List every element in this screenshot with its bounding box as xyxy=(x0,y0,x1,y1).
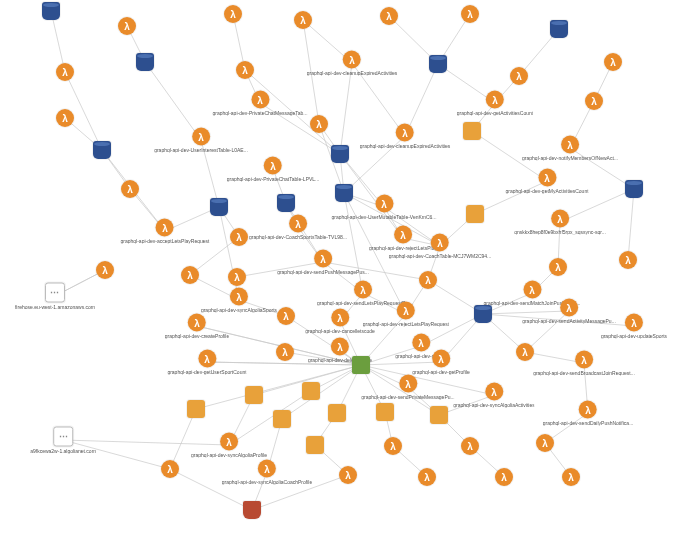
misc-icon xyxy=(352,356,370,374)
node-lambda[interactable]: λgraphql-api-dev-notifyMembersOfNewAct..… xyxy=(522,136,618,161)
node-svc[interactable] xyxy=(245,386,263,404)
node-lambda[interactable]: λ xyxy=(161,460,179,478)
node-lambda[interactable]: λgraphql-api-dev-updateSports xyxy=(601,314,667,339)
node-lambda[interactable]: λ xyxy=(121,180,139,198)
node-db[interactable] xyxy=(93,141,111,159)
node-lambda[interactable]: λ xyxy=(495,468,513,486)
node-lambda[interactable]: λgraphql-api-dev-PrivateChatMessageTab..… xyxy=(212,91,307,116)
node-lambda[interactable]: λgraphql-api-dev-sendPrivateMessagePu... xyxy=(361,375,454,400)
node-lambda[interactable]: λ xyxy=(380,7,398,25)
node-lambda[interactable]: λgraphql-api-dev-acceptLetsPlayRequest xyxy=(121,219,210,244)
node-label: graphql-api-dev-UserInterestTable-L0AE..… xyxy=(154,147,248,153)
node-label: graphql-api-dev-syncAlgoliaCoachProfile xyxy=(222,479,312,485)
node-svc[interactable] xyxy=(302,382,320,400)
node-lambda[interactable]: λgraphql-api-dev-rejectLetsPlayRequest xyxy=(363,302,449,327)
node-lambda[interactable]: λ xyxy=(510,67,528,85)
node-ext[interactable]: ⋯firehose.eu-west-1.amazonaws.com xyxy=(15,283,95,310)
node-db[interactable] xyxy=(429,55,447,73)
node-lambda[interactable]: λ xyxy=(419,271,437,289)
lambda-icon: λ xyxy=(276,343,294,361)
node-lambda[interactable]: λ xyxy=(418,468,436,486)
node-db[interactable] xyxy=(277,194,295,212)
node-lambda[interactable]: λ xyxy=(562,468,580,486)
node-lambda[interactable]: λ xyxy=(461,437,479,455)
node-lambda[interactable]: λ xyxy=(181,266,199,284)
node-lambda[interactable]: λ xyxy=(384,437,402,455)
node-svc[interactable] xyxy=(466,205,484,223)
svc-icon xyxy=(328,404,346,422)
node-svc[interactable] xyxy=(463,122,481,140)
node-lambda[interactable]: λgraphql-api-dev-cleanupExpiredActivitie… xyxy=(307,51,398,76)
lambda-icon: λ xyxy=(343,51,361,69)
node-svc[interactable] xyxy=(376,403,394,421)
node-lambda[interactable]: λ xyxy=(118,17,136,35)
node-lambda[interactable]: λ xyxy=(56,109,74,127)
node-lambda[interactable]: λ xyxy=(461,5,479,23)
lambda-icon: λ xyxy=(510,67,528,85)
node-misc[interactable] xyxy=(352,356,370,374)
lambda-icon: λ xyxy=(181,266,199,284)
node-lambda[interactable]: λ xyxy=(224,5,242,23)
node-lambda[interactable]: λ xyxy=(277,307,295,325)
node-lambda[interactable]: λgraphql-api-dev-syncAlgoliaSports xyxy=(201,288,277,313)
node-db[interactable] xyxy=(474,305,492,323)
node-svc[interactable] xyxy=(273,410,291,428)
lambda-icon: λ xyxy=(485,383,503,401)
node-ext[interactable]: ⋯a9fkcewa2w-1.algolianet.com xyxy=(30,427,96,454)
node-lambda[interactable]: λ xyxy=(310,115,328,133)
node-db[interactable] xyxy=(550,20,568,38)
node-lambda[interactable]: λ xyxy=(228,268,246,286)
node-lambda[interactable]: λgraphql-api-dev-syncAlgoliaCoachProfile xyxy=(222,460,312,485)
lambda-icon: λ xyxy=(560,299,578,317)
node-lambda[interactable]: λ xyxy=(604,53,622,71)
node-lambda[interactable]: λgraphql-api-dev-getUserSportCount xyxy=(167,350,246,375)
node-svc[interactable] xyxy=(430,406,448,424)
node-bucket[interactable] xyxy=(243,501,261,519)
lambda-icon: λ xyxy=(251,91,269,109)
node-db[interactable] xyxy=(136,53,154,71)
db-icon xyxy=(429,55,447,73)
node-db[interactable] xyxy=(210,198,228,216)
node-lambda[interactable]: λ xyxy=(276,343,294,361)
node-lambda[interactable]: λ xyxy=(339,466,357,484)
node-lambda[interactable]: λ xyxy=(230,228,248,246)
node-lambda[interactable]: λ xyxy=(619,251,637,269)
node-db[interactable] xyxy=(42,2,60,20)
node-lambda[interactable]: λgraphql-api-dev-sendDailyPushNotifica..… xyxy=(543,401,634,426)
edge xyxy=(340,63,352,154)
node-lambda[interactable]: λgraphql-api-dev-PrivateChatTable-LPVL..… xyxy=(227,157,320,182)
node-lambda[interactable]: λgraphql-api-dev-CoachSportsTable-TVL98.… xyxy=(249,215,347,240)
node-lambda[interactable]: λ xyxy=(585,92,603,110)
node-lambda[interactable]: λ xyxy=(294,11,312,29)
node-lambda[interactable]: λ xyxy=(56,63,74,81)
node-lambda[interactable]: λgraphql-api-dev-CoachTable-MCJ7WM2C94..… xyxy=(389,234,492,259)
node-lambda[interactable]: λgraphql-api-dev-sendBroadcastJoinReques… xyxy=(533,351,635,376)
node-lambda[interactable]: λgraphql-api-dev-createProfile xyxy=(165,314,229,339)
node-lambda[interactable]: λgraphql-api-dev-UserMutableTable-VenKmC… xyxy=(331,195,436,220)
node-lambda[interactable]: λgraphql-api-dev-getActivitiesCount xyxy=(457,91,533,116)
svc-icon xyxy=(302,382,320,400)
node-lambda[interactable]: λqnskkx8hep8f0e9bxhf5rpx_sqssync-sqr... xyxy=(514,210,606,235)
svc-icon xyxy=(245,386,263,404)
node-label: graphql-api-dev-createProfile xyxy=(165,333,229,339)
node-lambda[interactable]: λgraphql-api-dev-getProfile xyxy=(412,350,470,375)
node-lambda[interactable]: λ xyxy=(236,61,254,79)
node-lambda[interactable]: λgraphql-api-dev-sendPushMessagePus... xyxy=(277,250,369,275)
node-lambda[interactable]: λ xyxy=(96,261,114,279)
node-lambda[interactable]: λ xyxy=(516,343,534,361)
lambda-icon: λ xyxy=(432,350,450,368)
node-svc[interactable] xyxy=(187,400,205,418)
lambda-icon: λ xyxy=(118,17,136,35)
node-svc[interactable] xyxy=(306,436,324,454)
node-db[interactable] xyxy=(331,145,349,163)
node-lambda[interactable]: λgraphql-api-dev-cleanupExpiredActivitie… xyxy=(360,124,451,149)
node-lambda[interactable]: λ xyxy=(549,258,567,276)
node-svc[interactable] xyxy=(328,404,346,422)
node-lambda[interactable]: λgraphql-api-dev-getMyActivitiesCount xyxy=(505,169,588,194)
node-lambda[interactable]: λgraphql-api-dev-UserInterestTable-L0AE.… xyxy=(154,128,248,153)
node-label: graphql-api-dev-getActivitiesCount xyxy=(457,110,533,116)
node-lambda[interactable]: λgraphql-api-dev-syncAlgoliaActivities xyxy=(453,383,534,408)
node-db[interactable] xyxy=(625,180,643,198)
node-lambda[interactable]: λ xyxy=(536,434,554,452)
node-lambda[interactable]: λgraphql-api-dev-syncAlgoliaProfile xyxy=(191,433,267,458)
